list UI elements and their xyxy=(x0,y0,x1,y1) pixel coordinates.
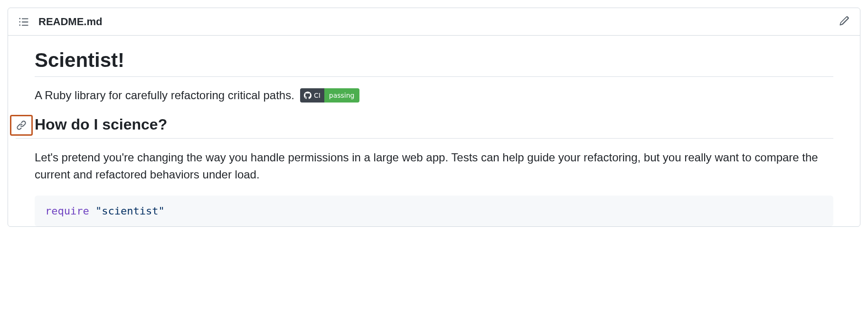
link-icon xyxy=(16,120,27,131)
readme-header-left: README.md xyxy=(16,14,102,30)
description-line: A Ruby library for carefully refactoring… xyxy=(35,88,833,103)
readme-body: Scientist! A Ruby library for carefully … xyxy=(8,36,860,226)
list-unordered-icon xyxy=(19,17,29,27)
toc-button[interactable] xyxy=(16,14,32,30)
section-heading: How do I science? xyxy=(35,116,833,133)
file-name: README.md xyxy=(38,16,102,28)
readme-header: README.md xyxy=(8,8,860,36)
section-paragraph: Let's pretend you're changing the way yo… xyxy=(35,149,833,183)
code-block: require "scientist" xyxy=(35,196,833,226)
badge-left: CI xyxy=(300,88,324,103)
description-text: A Ruby library for carefully refactoring… xyxy=(35,89,294,102)
ci-status-badge[interactable]: CI passing xyxy=(300,88,359,103)
pencil-icon xyxy=(839,16,849,26)
badge-status: passing xyxy=(324,88,359,103)
code-keyword: require xyxy=(45,205,89,217)
github-icon xyxy=(304,92,311,99)
readme-container: README.md Scientist! A Ruby library for … xyxy=(8,8,860,227)
page-title: Scientist! xyxy=(35,49,833,77)
heading-anchor-link[interactable] xyxy=(10,115,33,136)
badge-label: CI xyxy=(314,92,321,99)
edit-button[interactable] xyxy=(836,13,852,30)
section-heading-row: How do I science? xyxy=(16,116,833,139)
code-string: "scientist" xyxy=(95,205,165,217)
